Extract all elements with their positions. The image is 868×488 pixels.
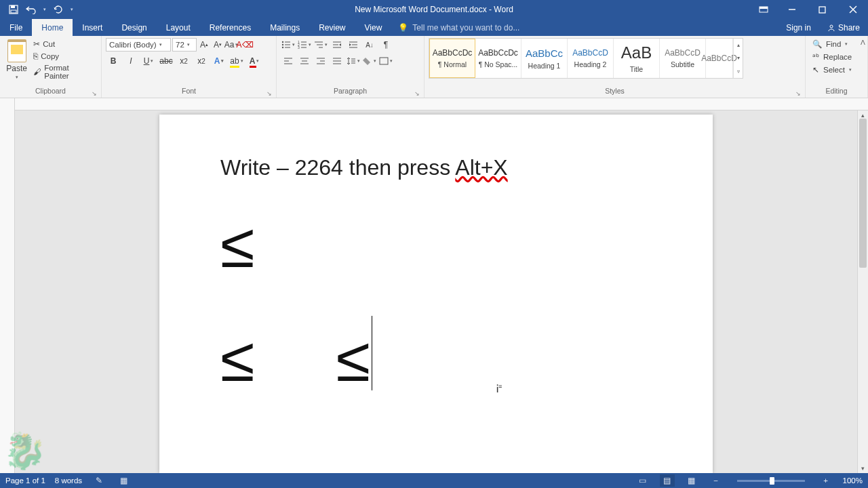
undo-dropdown[interactable]: ▾ (41, 1, 49, 18)
decrease-indent-button[interactable] (330, 38, 344, 52)
close-button[interactable] (837, 0, 868, 19)
gallery-up[interactable]: ▴ (734, 39, 743, 52)
view-print-layout[interactable]: ▤ (660, 474, 675, 487)
tell-me-search[interactable]: 💡 Tell me what you want to do... (391, 19, 778, 36)
style-title[interactable]: AaBTitle (614, 39, 660, 78)
tab-file[interactable]: File (0, 19, 32, 36)
status-words[interactable]: 8 words (55, 476, 82, 485)
clear-formatting-button[interactable]: A⌫ (239, 39, 251, 51)
style-no-spacing[interactable]: AaBbCcDc¶ No Spac... (475, 39, 521, 78)
style-normal[interactable]: AaBbCcDc¶ Normal (429, 39, 475, 78)
style-heading-2[interactable]: AaBbCcDHeading 2 (568, 39, 614, 78)
font-size-select[interactable]: 72▾ (172, 38, 197, 52)
text-effects-button[interactable]: A (212, 54, 226, 68)
increase-indent-button[interactable] (346, 38, 361, 52)
tab-view[interactable]: View (355, 19, 392, 36)
copy-button[interactable]: ⎘Copy (31, 51, 97, 62)
svg-rect-2 (11, 10, 16, 13)
cut-button[interactable]: ✂Cut (31, 38, 97, 50)
styles-gallery-scroll: ▴ ▾ ▿ (733, 39, 743, 78)
gallery-expand[interactable]: ▿ (734, 65, 743, 78)
shrink-font-button[interactable]: A▾ (212, 39, 224, 51)
window-title: New Microsoft Word Document.docx - Word (355, 5, 513, 14)
zoom-in-button[interactable]: + (818, 474, 833, 487)
paste-button[interactable]: Paste ▾ (4, 38, 29, 81)
strikethrough-button[interactable]: abc (159, 54, 174, 68)
borders-button[interactable] (378, 54, 393, 68)
scroll-down[interactable]: ▾ (858, 464, 868, 473)
justify-button[interactable] (330, 54, 344, 68)
qat-customize[interactable]: ▾ (68, 1, 76, 18)
align-right-button[interactable] (313, 54, 328, 68)
group-font: Calibri (Body)▾ 72▾ A▴ A▾ Aa A⌫ B I U ab… (102, 36, 277, 98)
style-subtitle[interactable]: AaBbCcDSubtitle (660, 39, 706, 78)
ribbon-display-options[interactable] (753, 1, 774, 18)
font-family-select[interactable]: Calibri (Body)▾ (106, 38, 171, 52)
italic-button[interactable]: I (123, 54, 138, 68)
style-more[interactable]: AaBbCcD (706, 39, 733, 78)
clipboard-dialog-launcher[interactable]: ↘ (92, 90, 97, 97)
tab-references[interactable]: References (200, 19, 260, 36)
status-page[interactable]: Page 1 of 1 (5, 476, 45, 485)
tab-review[interactable]: Review (309, 19, 355, 36)
maximize-button[interactable] (807, 0, 837, 19)
font-color-button[interactable]: A (247, 54, 262, 68)
status-macro-icon[interactable]: ▦ (116, 474, 131, 487)
zoom-knob[interactable] (770, 477, 774, 485)
styles-dialog-launcher[interactable]: ↘ (795, 90, 801, 97)
view-read-mode[interactable]: ▭ (635, 474, 650, 487)
select-button[interactable]: ↖Select▾ (810, 64, 854, 76)
collapse-ribbon-button[interactable]: ᐱ (861, 39, 865, 46)
style-heading-1[interactable]: AaBbCcHeading 1 (521, 39, 568, 78)
tab-layout[interactable]: Layout (157, 19, 200, 36)
zoom-slider[interactable] (737, 480, 805, 482)
save-button[interactable] (5, 1, 22, 18)
share-button[interactable]: Share (819, 19, 868, 36)
status-proofing-icon[interactable]: ✎ (92, 474, 106, 487)
superscript-button[interactable]: x2 (194, 54, 209, 68)
format-painter-button[interactable]: 🖌Format Painter (31, 62, 97, 81)
sort-button[interactable]: A↓ (362, 38, 377, 52)
zoom-level[interactable]: 100% (843, 476, 863, 485)
paintbrush-icon: 🖌 (33, 68, 41, 76)
zoom-out-button[interactable]: − (709, 474, 724, 487)
tab-mailings[interactable]: Mailings (260, 19, 309, 36)
gallery-down[interactable]: ▾ (734, 52, 743, 64)
align-left-button[interactable] (281, 54, 296, 68)
group-styles: AaBbCcDc¶ Normal AaBbCcDc¶ No Spac... Aa… (425, 36, 806, 98)
vertical-ruler[interactable] (0, 98, 15, 473)
bullets-button[interactable] (281, 38, 296, 52)
minimize-button[interactable] (776, 0, 807, 19)
paragraph-dialog-launcher[interactable]: ↘ (414, 90, 420, 97)
sign-in-link[interactable]: Sign in (778, 19, 819, 36)
scroll-thumb[interactable] (859, 119, 867, 268)
shading-button[interactable] (362, 54, 377, 68)
share-label: Share (838, 23, 860, 33)
horizontal-ruler[interactable] (15, 98, 868, 110)
subscript-button[interactable]: x2 (176, 54, 191, 68)
undo-button[interactable] (23, 1, 39, 18)
view-web-layout[interactable]: ▦ (684, 474, 699, 487)
bold-button[interactable]: B (106, 54, 121, 68)
group-clipboard: Paste ▾ ✂Cut ⎘Copy 🖌Format Painter Clipb… (0, 36, 102, 98)
replace-button[interactable]: ᵃᵇReplace (810, 51, 854, 63)
find-button[interactable]: 🔍Find▾ (810, 38, 854, 50)
change-case-button[interactable]: Aa (225, 39, 237, 51)
align-center-button[interactable] (297, 54, 312, 68)
tab-insert[interactable]: Insert (73, 19, 112, 36)
line-spacing-button[interactable] (346, 54, 361, 68)
paste-label: Paste (6, 64, 27, 73)
text-cursor (372, 316, 372, 390)
tab-home[interactable]: Home (32, 19, 73, 36)
multilevel-list-button[interactable] (313, 38, 328, 52)
font-dialog-launcher[interactable]: ↘ (267, 90, 272, 97)
show-marks-button[interactable]: ¶ (378, 38, 393, 52)
redo-button[interactable] (50, 1, 66, 18)
vertical-scrollbar[interactable]: ▴ ▾ (857, 110, 868, 473)
numbering-button[interactable]: 123 (297, 38, 312, 52)
underline-button[interactable]: U (141, 54, 156, 68)
grow-font-button[interactable]: A▴ (198, 39, 210, 51)
page[interactable]: Write – 2264 then press Alt+X ≤ ≤ ≤ (159, 115, 713, 473)
highlight-button[interactable]: ab (229, 54, 244, 68)
tab-design[interactable]: Design (112, 19, 156, 36)
